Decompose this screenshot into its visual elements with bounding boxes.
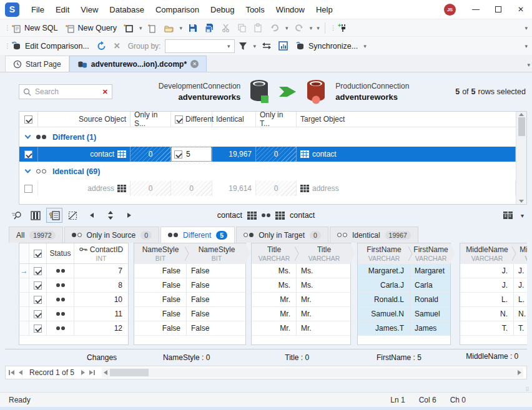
- object-row-contact[interactable]: contact 0 5 19,967 0 contact: [19, 147, 516, 162]
- contact-select-cell[interactable]: [19, 147, 38, 162]
- contactid-column-header[interactable]: ContactID INT: [74, 243, 128, 263]
- address-different-cell[interactable]: 0: [171, 181, 212, 196]
- new-file-button[interactable]: *: [145, 21, 160, 36]
- menu-view[interactable]: View: [75, 2, 104, 17]
- r1-firstname-tgt[interactable]: Margaret: [410, 264, 450, 278]
- r1-title-src[interactable]: Ms.: [252, 264, 297, 278]
- previous-record-button[interactable]: [19, 370, 22, 375]
- r4-middlename-src[interactable]: N.: [460, 307, 514, 321]
- find-in-data-button[interactable]: [9, 208, 25, 223]
- row-4-contactid[interactable]: 11: [74, 307, 128, 321]
- new-document-window-button[interactable]: *: [121, 21, 137, 36]
- hscrollbar-thumb[interactable]: [110, 369, 149, 376]
- synchronize-dropdown[interactable]: ▾: [362, 43, 368, 49]
- tab-only-in-source[interactable]: Only in Source 0: [64, 227, 160, 243]
- comparison-toolbar-grip[interactable]: ⋮: [2, 45, 7, 47]
- r1-title-tgt[interactable]: Ms.: [297, 264, 350, 278]
- row-checkbox[interactable]: [34, 296, 42, 304]
- undo-dropdown[interactable]: ▾: [283, 25, 290, 31]
- r3-namestyle-tgt[interactable]: False: [187, 293, 245, 306]
- results-layout-button[interactable]: [500, 208, 516, 223]
- r2-firstname-tgt[interactable]: Carla: [410, 278, 450, 292]
- collapse-group-icon[interactable]: [25, 167, 31, 173]
- column-view-button[interactable]: [27, 208, 44, 223]
- r3-firstname-src[interactable]: Ronald.L: [358, 293, 410, 306]
- r4-title-tgt[interactable]: Mr.: [297, 307, 350, 321]
- source-object-header[interactable]: Source Object: [38, 112, 131, 127]
- r1-namestyle-src[interactable]: False: [134, 264, 187, 278]
- menu-edit[interactable]: Edit: [50, 2, 75, 17]
- row-1-checkbox-cell[interactable]: [29, 264, 47, 278]
- object-row-address[interactable]: address 0 0 19,614 0 address: [19, 181, 516, 196]
- status-column-header[interactable]: Status: [47, 243, 74, 263]
- close-button[interactable]: ✕: [510, 1, 532, 18]
- address-checkbox[interactable]: [24, 185, 32, 193]
- contact-identical-cell[interactable]: 19,967: [212, 147, 256, 162]
- r4-namestyle-tgt[interactable]: False: [187, 307, 245, 321]
- r4-firstname-src[interactable]: Samuel.N: [358, 307, 410, 321]
- address-source-cell[interactable]: address: [38, 181, 131, 196]
- card-view-button[interactable]: [46, 208, 62, 223]
- show-identical-columns-button[interactable]: [65, 208, 81, 223]
- select-all-rows-checkbox[interactable]: [34, 250, 42, 258]
- report-button[interactable]: [275, 39, 291, 54]
- layout-dropdown[interactable]: ▾: [519, 212, 526, 219]
- select-all-header-cell[interactable]: [19, 112, 38, 127]
- row-4-checkbox-cell[interactable]: [29, 307, 47, 321]
- scroll-right-icon[interactable]: [518, 370, 521, 375]
- save-button[interactable]: [185, 21, 200, 36]
- menu-window[interactable]: Window: [270, 2, 310, 17]
- user-avatar[interactable]: JS: [444, 4, 456, 16]
- paste-button[interactable]: [250, 21, 266, 36]
- address-target-cell[interactable]: address: [297, 181, 516, 196]
- r5-namestyle-tgt[interactable]: False: [187, 321, 245, 335]
- different-count-editor[interactable]: 5: [171, 147, 212, 162]
- title-pair-header[interactable]: Title VARCHAR Title VARCHAR: [252, 243, 355, 264]
- row-5-contactid[interactable]: 12: [74, 321, 128, 335]
- row-checkbox[interactable]: [34, 267, 42, 275]
- row-2-key[interactable]: 8: [19, 278, 128, 293]
- r3-middlename-src[interactable]: L.: [460, 293, 514, 306]
- r3-firstname-tgt[interactable]: Ronald: [410, 293, 450, 306]
- toolbar-overflow-dropdown[interactable]: ▾: [523, 25, 530, 31]
- last-record-button[interactable]: [89, 370, 95, 375]
- group-by-select[interactable]: ▾: [165, 39, 235, 53]
- middlename-pair-header[interactable]: MiddleName VARCHAR MiddleName VARCHAR: [460, 243, 527, 264]
- contact-only-in-target-cell[interactable]: 0: [256, 147, 297, 162]
- tab-identical[interactable]: Identical 19967: [330, 227, 418, 243]
- contact-target-cell[interactable]: contact: [297, 147, 516, 162]
- copy-button[interactable]: [234, 21, 250, 36]
- tab-only-in-target[interactable]: Only in Target 0: [236, 227, 328, 243]
- r1-middlename-tgt[interactable]: J.: [514, 264, 527, 278]
- r1-middlename-src[interactable]: J.: [460, 264, 514, 278]
- connect-button[interactable]: +: [334, 21, 351, 36]
- history-dropdown[interactable]: ▾: [315, 25, 322, 31]
- contact-different-cell[interactable]: 5: [171, 147, 212, 162]
- open-file-dropdown[interactable]: ▾: [178, 25, 185, 31]
- menu-help[interactable]: Help: [310, 2, 338, 17]
- address-select-cell[interactable]: [19, 181, 38, 196]
- menu-debug[interactable]: Debug: [205, 2, 240, 17]
- clear-search-icon[interactable]: ✕: [102, 88, 108, 96]
- r2-middlename-tgt[interactable]: J.: [514, 278, 527, 292]
- r3-title-tgt[interactable]: Mr.: [297, 293, 350, 306]
- r4-title-src[interactable]: Mr.: [252, 307, 297, 321]
- row-checkbox[interactable]: [34, 310, 42, 318]
- previous-difference-button[interactable]: [84, 208, 100, 223]
- select-all-checkbox[interactable]: [24, 115, 32, 124]
- different-header-checkbox[interactable]: [175, 115, 183, 124]
- next-record-button[interactable]: [81, 370, 85, 375]
- first-record-button[interactable]: [9, 370, 14, 375]
- scroll-left-icon[interactable]: [104, 370, 107, 375]
- tab-list-dropdown[interactable]: ▾: [525, 62, 532, 68]
- r2-middlename-src[interactable]: J.: [460, 278, 514, 292]
- next-difference-button[interactable]: [121, 208, 137, 223]
- address-only-in-source-cell[interactable]: 0: [131, 181, 171, 196]
- minimize-button[interactable]: —: [465, 1, 487, 18]
- row-3-contactid[interactable]: 10: [74, 293, 128, 306]
- r3-middlename-tgt[interactable]: L.: [514, 293, 527, 306]
- new-window-dropdown[interactable]: ▾: [137, 25, 144, 31]
- swap-source-target-button[interactable]: [259, 39, 275, 54]
- address-only-in-target-cell[interactable]: 0: [256, 181, 297, 196]
- r4-namestyle-src[interactable]: False: [134, 307, 187, 321]
